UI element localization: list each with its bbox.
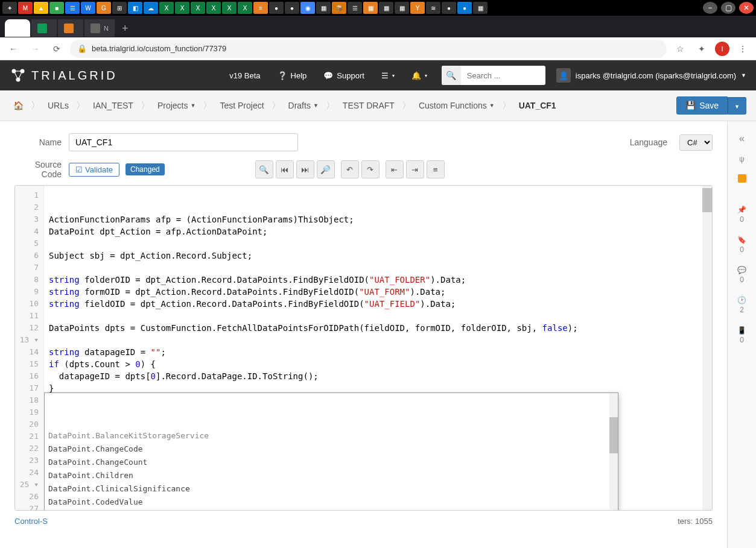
code-editor[interactable]: 12345678910111213 ▾141516171819202122232…	[14, 185, 713, 511]
autocomplete-item[interactable]: DataPoint.CoderEntries	[45, 509, 618, 510]
code-line[interactable]: string formOID = dpt_Action.Record.DataP…	[49, 286, 707, 298]
new-tab-button[interactable]: +	[116, 19, 135, 37]
sidebar-badge[interactable]: 🕑2	[737, 290, 746, 320]
os-app-icon[interactable]: ≡	[253, 2, 268, 14]
forward-button[interactable]: →	[27, 40, 43, 57]
code-line[interactable]: DataPoints dpts = CustomFunction.FetchAl…	[49, 322, 707, 334]
sidebar-badge[interactable]: 💬0	[737, 260, 746, 290]
os-app-icon[interactable]: X	[159, 2, 174, 14]
os-app-icon[interactable]: X	[191, 2, 205, 14]
bookmark-icon[interactable]: ☆	[672, 40, 688, 57]
support-link[interactable]: 💬Support	[315, 71, 373, 80]
os-app-icon[interactable]: ▦	[363, 2, 378, 14]
breadcrumb-home[interactable]: 🏠	[10, 98, 27, 113]
code-line[interactable]	[49, 310, 707, 322]
os-app-icon[interactable]: ◉	[300, 2, 315, 14]
autocomplete-item[interactable]: DataPoint.ChangeCode	[45, 442, 618, 456]
os-app-icon[interactable]: ▲	[34, 2, 48, 14]
breadcrumb-dropdown[interactable]: Drafts ▼	[285, 98, 322, 113]
os-app-icon[interactable]: M	[18, 2, 33, 14]
os-app-icon[interactable]: ☰	[348, 2, 362, 14]
browser-tab[interactable]	[31, 19, 57, 37]
os-app-icon[interactable]: X	[175, 2, 189, 14]
os-app-icon[interactable]: 📦	[332, 2, 346, 14]
os-app-icon[interactable]: X	[222, 2, 237, 14]
next-tool[interactable]: ⏭	[296, 160, 314, 178]
os-app-icon[interactable]: Y	[410, 2, 425, 14]
back-button[interactable]: ←	[5, 40, 22, 57]
search-icon[interactable]: 🔍	[442, 66, 461, 85]
menu-icon[interactable]: ⋮	[734, 40, 751, 57]
sidebar-collapse[interactable]: «	[734, 128, 749, 149]
os-app-icon[interactable]: G	[97, 2, 111, 14]
code-line[interactable]	[49, 238, 707, 250]
language-select[interactable]: C#	[679, 134, 713, 151]
os-app-icon[interactable]: ●	[457, 2, 472, 14]
zoom-tool[interactable]: 🔎	[317, 160, 335, 178]
code-line[interactable]: string datapageID = "";	[49, 346, 707, 358]
os-app-icon[interactable]: ●	[269, 2, 284, 14]
autocomplete-item[interactable]: DataPoint.BalanceKitStorageService	[45, 429, 618, 442]
os-app-icon[interactable]: ◧	[128, 2, 142, 14]
code-line[interactable]: DataPoint dpt_Action = afp.ActionDataPoi…	[49, 225, 707, 238]
os-app-icon[interactable]: ▦	[473, 2, 488, 14]
redo-button[interactable]: ↷	[361, 160, 380, 178]
browser-tab-active[interactable]	[5, 19, 30, 37]
breadcrumb-dropdown[interactable]: Custom Functions ▼	[415, 98, 498, 113]
breadcrumb-item[interactable]: IAN_TEST	[89, 98, 137, 113]
save-dropdown[interactable]: ▼	[728, 97, 746, 115]
sidebar-badge[interactable]: 📌0	[737, 200, 746, 230]
validate-button[interactable]: ☑Validate	[69, 163, 119, 177]
editor-scrollbar[interactable]	[702, 186, 712, 510]
code-line[interactable]: string fieldOID = dpt_Action.Record.Data…	[49, 298, 707, 310]
sidebar-status-icon[interactable]	[738, 174, 746, 183]
os-app-icon[interactable]: ▦	[395, 2, 409, 14]
os-app-icon[interactable]: ▦	[379, 2, 393, 14]
code-line[interactable]: if (dpts.Count > 0) {	[49, 358, 707, 370]
name-input[interactable]	[69, 133, 298, 151]
code-line[interactable]	[49, 262, 707, 274]
code-line[interactable]	[49, 334, 707, 346]
breadcrumb-item[interactable]: TEST DRAFT	[339, 98, 398, 113]
user-menu[interactable]: 👤 isparks @trialgrid.com (isparks@trialg…	[551, 68, 746, 83]
os-app-icon[interactable]: ✦	[2, 2, 17, 14]
browser-tab[interactable]	[58, 19, 83, 37]
window-minimize[interactable]: −	[703, 2, 717, 14]
breadcrumb-item[interactable]: Test Project	[216, 98, 267, 113]
reload-button[interactable]: ⟳	[48, 40, 65, 57]
save-button[interactable]: 💾Save	[676, 96, 728, 115]
menu-icon[interactable]: ☰▾	[373, 71, 403, 80]
undo-button[interactable]: ↶	[341, 160, 359, 178]
sidebar-badge[interactable]: 🔖0	[737, 230, 746, 260]
autocomplete-scrollbar[interactable]	[609, 393, 618, 510]
format-button[interactable]: ≡	[427, 160, 445, 178]
window-maximize[interactable]: ▢	[721, 2, 735, 14]
code-line[interactable]: Subject sbj = dpt_Action.Record.Subject;	[49, 250, 707, 262]
breadcrumb-item[interactable]: URLs	[44, 98, 72, 113]
os-app-icon[interactable]: X	[238, 2, 252, 14]
window-close[interactable]: ✕	[739, 2, 754, 14]
profile-avatar[interactable]: I	[715, 42, 729, 56]
indent-button[interactable]: ⇥	[406, 160, 424, 178]
breadcrumb-dropdown[interactable]: Projects ▼	[154, 98, 200, 113]
address-bar[interactable]: 🔒 beta.trialgrid.io/custom_function/7737…	[70, 40, 667, 58]
os-app-icon[interactable]: ●	[285, 2, 299, 14]
code-line[interactable]: string folderOID = dpt_Action.Record.Dat…	[49, 274, 707, 286]
autocomplete-item[interactable]: DataPoint.ClinicalSignificance	[45, 482, 618, 496]
os-app-icon[interactable]: ▦	[316, 2, 331, 14]
code-body[interactable]: ActionFunctionParams afp = (ActionFuncti…	[44, 186, 712, 510]
prev-tool[interactable]: ⏮	[276, 160, 294, 178]
os-app-icon[interactable]: ■	[49, 2, 64, 14]
autocomplete-item[interactable]: DataPoint.Children	[45, 469, 618, 482]
autocomplete-item[interactable]: DataPoint.ChangeCount	[45, 456, 618, 469]
extensions-icon[interactable]: ✦	[693, 40, 710, 57]
code-line[interactable]: datapageID = dpts[0].Record.DataPage.ID.…	[49, 370, 707, 382]
outdent-button[interactable]: ⇤	[386, 160, 404, 178]
os-app-icon[interactable]: ☰	[65, 2, 80, 14]
sidebar-badge[interactable]: 📱0	[737, 320, 746, 350]
code-line[interactable]: ActionFunctionParams afp = (ActionFuncti…	[49, 213, 707, 225]
os-app-icon[interactable]: ⊞	[112, 2, 127, 14]
autocomplete-item[interactable]: DataPoint.CodedValue	[45, 496, 618, 509]
browser-tab[interactable]: N	[84, 19, 115, 37]
notifications-icon[interactable]: 🔔▾	[403, 71, 436, 80]
